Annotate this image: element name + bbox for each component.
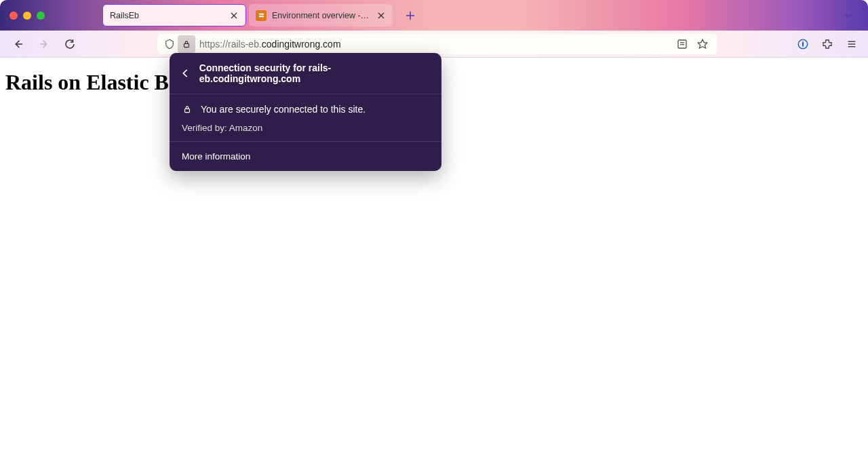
address-bar[interactable]: https://rails-eb.codingitwrong.com [157,34,717,54]
svg-rect-9 [678,40,686,48]
url-scheme: https:// [199,39,228,50]
star-icon [696,38,709,50]
shield-icon [164,39,175,50]
close-tab-button[interactable] [229,11,239,20]
close-icon [231,12,237,19]
svg-rect-18 [185,109,190,112]
panel-back-button[interactable] [182,69,193,78]
puzzle-icon [821,38,833,50]
panel-lock-icon [182,104,193,114]
window-controls [9,12,45,20]
secure-connection-row: You are securely connected to this site. [182,104,429,115]
window-maximize-button[interactable] [37,12,45,20]
aws-favicon-icon [256,10,267,21]
svg-rect-8 [184,43,189,47]
window-minimize-button[interactable] [23,12,31,20]
browser-tab-strip: RailsEb Environment overview - events [0,0,868,31]
chevron-left-icon [182,69,189,78]
reload-icon [64,38,76,50]
extensions-button[interactable] [819,36,835,52]
window-close-button[interactable] [9,12,18,20]
toolbar-right [795,36,860,52]
url-subdomain: rails-eb. [228,39,262,50]
password-manager-button[interactable] [795,36,811,52]
chevron-down-icon [844,11,853,20]
tracking-protection-button[interactable] [161,36,178,52]
app-menu-button[interactable] [844,36,860,52]
back-button[interactable] [8,34,28,54]
url-host: codingitwrong.com [262,39,341,50]
reload-button[interactable] [60,34,80,54]
reader-mode-button[interactable] [674,36,690,52]
svg-rect-14 [802,41,804,47]
back-arrow-icon [12,38,24,50]
secure-connection-text: You are securely connected to this site. [201,104,366,115]
verified-by-text: Verified by: Amazon [182,123,429,133]
tab-label: RailsEb [110,11,224,20]
more-information-button[interactable]: More information [170,142,441,171]
site-identity-button[interactable] [178,35,195,53]
reader-icon [676,38,688,50]
plus-icon [406,11,415,20]
hamburger-icon [846,38,858,50]
tab-inactive[interactable]: Environment overview - events [249,4,393,26]
onepassword-icon [797,38,809,50]
tab-label: Environment overview - events [272,11,371,20]
close-icon [378,12,384,19]
forward-button[interactable] [34,34,54,54]
svg-marker-12 [698,39,707,48]
panel-back-row[interactable]: Connection security for rails-eb.codingi… [170,53,441,94]
tabs-container: RailsEb Environment overview - events [102,0,837,31]
tabs-overview-button[interactable] [837,6,860,25]
url-text: https://rails-eb.codingitwrong.com [199,39,674,50]
close-tab-button[interactable] [376,11,386,20]
new-tab-button[interactable] [401,6,420,25]
tab-active[interactable]: RailsEb [102,4,246,26]
site-identity-panel: Connection security for rails-eb.codingi… [170,53,441,171]
lock-icon [182,39,191,49]
forward-arrow-icon [38,38,50,50]
lock-icon [182,104,192,114]
bookmark-button[interactable] [694,36,711,52]
panel-body: You are securely connected to this site.… [170,94,441,142]
panel-title: Connection security for rails-eb.codingi… [199,62,429,84]
